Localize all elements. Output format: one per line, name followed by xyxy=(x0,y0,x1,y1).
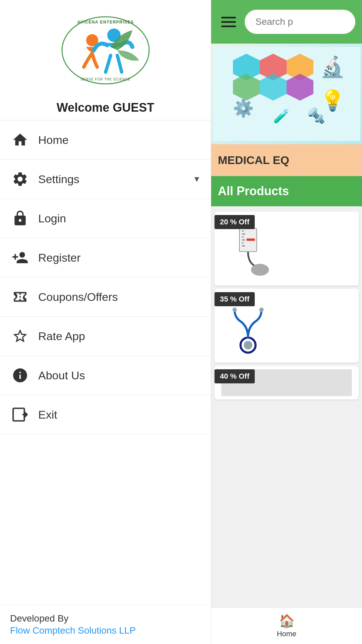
svg-text:AVICENA ENTERPRISES: AVICENA ENTERPRISES xyxy=(77,20,134,24)
developer-name[interactable]: Flow Comptech Solutions LLP xyxy=(10,625,201,636)
developed-by-title: Developed By xyxy=(10,613,201,624)
exit-icon xyxy=(10,405,30,425)
sidebar-item-exit[interactable]: Exit xyxy=(0,395,211,434)
info-icon xyxy=(10,365,30,385)
svg-point-27 xyxy=(251,264,269,276)
hamburger-line-1 xyxy=(221,17,236,18)
sidebar-item-rate-app[interactable]: Rate App xyxy=(0,317,211,356)
discount-badge-3: 40 % Off xyxy=(215,369,255,383)
svg-text:🧪: 🧪 xyxy=(273,108,290,124)
logo-area: AVICENA ENTERPRISES SERVE FOR THE SCIENC… xyxy=(0,0,211,94)
bp-monitor-svg xyxy=(221,222,275,282)
person-add-icon xyxy=(10,248,30,268)
bottom-nav-home[interactable]: 🏠 Home xyxy=(267,610,307,642)
product-card-2[interactable]: 35 % Off xyxy=(215,289,359,363)
sidebar-item-settings[interactable]: Settings ▼ xyxy=(0,160,211,199)
app-container: AVICENA ENTERPRISES SERVE FOR THE SCIENC… xyxy=(0,0,362,644)
bottom-home-label: Home xyxy=(277,630,297,638)
settings-icon xyxy=(10,169,30,189)
svg-text:🔩: 🔩 xyxy=(307,107,326,125)
developed-by-section: Developed By Flow Comptech Solutions LLP xyxy=(0,605,211,644)
sidebar-item-coupons[interactable]: Coupons/Offers xyxy=(0,277,211,317)
coupon-icon xyxy=(10,287,30,307)
product-card-3[interactable]: 40 % Off xyxy=(215,366,359,399)
product-image-2 xyxy=(221,302,275,356)
welcome-text: Welcome GUEST xyxy=(0,94,211,120)
rate-app-label: Rate App xyxy=(38,330,85,343)
login-label: Login xyxy=(38,212,66,225)
sidebar-item-register[interactable]: Register xyxy=(0,238,211,277)
exit-label: Exit xyxy=(38,408,57,421)
bottom-nav: 🏠 Home xyxy=(211,607,362,644)
logo-container: AVICENA ENTERPRISES SERVE FOR THE SCIENC… xyxy=(59,13,153,87)
sidebar-item-about-us[interactable]: About Us xyxy=(0,356,211,395)
discount-badge-1: 20 % Off xyxy=(215,215,255,229)
sidebar-item-login[interactable]: Login xyxy=(0,199,211,238)
stethoscope-svg xyxy=(221,299,275,359)
settings-arrow-icon: ▼ xyxy=(193,174,201,184)
svg-text:⚙️: ⚙️ xyxy=(233,98,254,118)
register-label: Register xyxy=(38,251,81,264)
settings-label: Settings xyxy=(38,173,79,186)
logo-svg: AVICENA ENTERPRISES SERVE FOR THE SCIENC… xyxy=(59,13,153,87)
svg-point-29 xyxy=(244,341,252,350)
about-us-label: About Us xyxy=(38,369,85,382)
right-panel: 🔬 💡 ⚙️ 🧪 🔩 MEDICAL EQ All Products 20 % … xyxy=(211,0,362,644)
nav-menu: Home Settings ▼ Login xyxy=(0,120,211,605)
svg-point-30 xyxy=(233,308,237,312)
promo-banner: 🔬 💡 ⚙️ 🧪 🔩 xyxy=(211,44,362,144)
top-bar xyxy=(211,0,362,44)
sidebar: AVICENA ENTERPRISES SERVE FOR THE SCIENC… xyxy=(0,0,211,644)
bottom-home-icon: 🏠 xyxy=(279,613,295,628)
hamburger-line-3 xyxy=(221,25,236,27)
hamburger-line-2 xyxy=(221,21,236,23)
svg-text:SERVE FOR THE SCIENCE: SERVE FOR THE SCIENCE xyxy=(80,77,130,81)
search-input[interactable] xyxy=(245,10,355,34)
search-bar-container xyxy=(245,10,355,34)
svg-text:🔬: 🔬 xyxy=(320,55,345,79)
all-products-button[interactable]: All Products xyxy=(211,176,362,206)
lock-icon xyxy=(10,208,30,228)
coupons-label: Coupons/Offers xyxy=(38,290,118,304)
svg-point-31 xyxy=(259,308,264,312)
sidebar-item-home[interactable]: Home xyxy=(0,120,211,160)
svg-point-0 xyxy=(62,17,149,84)
product-card-1[interactable]: 20 % Off xyxy=(215,212,359,285)
banner-svg: 🔬 💡 ⚙️ 🧪 🔩 xyxy=(213,47,360,141)
product-image-1 xyxy=(221,225,275,279)
home-label: Home xyxy=(38,133,69,147)
hamburger-button[interactable] xyxy=(218,13,239,31)
products-area: 🔬 💡 ⚙️ 🧪 🔩 MEDICAL EQ All Products 20 % … xyxy=(211,44,362,644)
star-icon xyxy=(10,326,30,346)
home-icon xyxy=(10,130,30,150)
svg-rect-26 xyxy=(247,238,255,241)
discount-badge-2: 35 % Off xyxy=(215,292,255,306)
medical-eq-button[interactable]: MEDICAL EQ xyxy=(211,144,362,176)
